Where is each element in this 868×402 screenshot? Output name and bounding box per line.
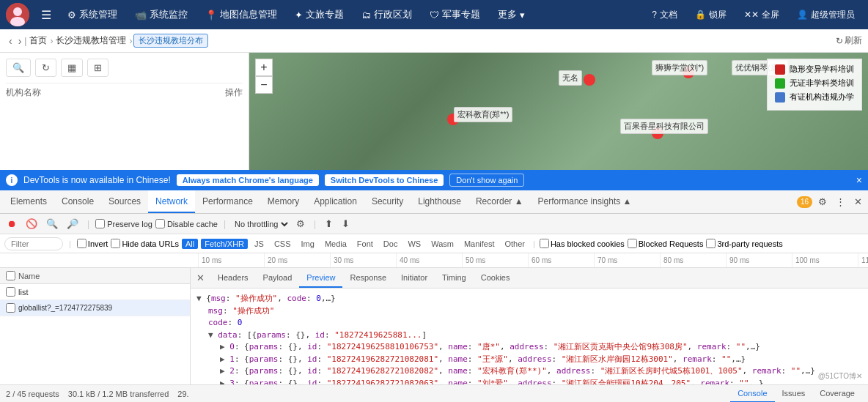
status-tab-console[interactable]: Console: [730, 385, 774, 403]
refresh-button[interactable]: ↻ 刷新: [836, 34, 862, 47]
filter-ws-button[interactable]: WS: [404, 239, 424, 249]
disable-cache-checkbox[interactable]: [155, 219, 165, 228]
nav-item-system-admin[interactable]: ⚙ 系统管理: [60, 5, 125, 24]
zoom-out-button[interactable]: −: [255, 76, 273, 94]
filter-manifest-button[interactable]: Manifest: [460, 239, 499, 249]
sub-tab-initiator[interactable]: Initiator: [394, 268, 435, 288]
filter-js-button[interactable]: JS: [251, 239, 268, 249]
nav-item-lockscreen[interactable]: 🔒 锁屏: [688, 6, 734, 24]
devtools-settings-button[interactable]: ⚙: [815, 195, 830, 209]
nav-item-monitor[interactable]: 📹 系统监控: [128, 5, 195, 24]
filter-doc-button[interactable]: Doc: [380, 239, 402, 249]
tab-elements[interactable]: Elements: [3, 190, 54, 213]
tab-lighthouse[interactable]: Lighthouse: [411, 190, 468, 213]
invert-checkbox-label[interactable]: Invert: [77, 239, 108, 248]
dont-show-again-button[interactable]: Don't show again: [449, 174, 524, 187]
zoom-in-button[interactable]: +: [255, 59, 273, 76]
devtools-close-button[interactable]: ✕: [851, 195, 865, 209]
preserve-log-checkbox[interactable]: [95, 219, 105, 228]
nav-item-gis[interactable]: 📍 地图信息管理: [198, 5, 284, 24]
filter-css-button[interactable]: CSS: [271, 239, 295, 249]
row-globallist-checkbox[interactable]: [6, 303, 15, 313]
left-sidebar: 🔍 ↻ ▦ ⊞ 机构名称 操作: [0, 53, 249, 170]
nav-item-user[interactable]: 👤 超级管理员: [790, 6, 862, 24]
table-view-button[interactable]: ▦: [61, 59, 83, 77]
tab-performance-insights[interactable]: Performance insights ▲: [531, 190, 639, 213]
third-party-label[interactable]: 3rd-party requests: [706, 239, 782, 248]
filter-all-button[interactable]: All: [182, 239, 198, 249]
network-row-globallist[interactable]: globallist?_=1724772275839: [0, 300, 190, 316]
disable-cache-label[interactable]: Disable cache: [155, 219, 218, 228]
network-row-list[interactable]: list: [0, 284, 190, 300]
throttle-select[interactable]: No throttling: [232, 219, 290, 229]
filter-button[interactable]: 🔍: [43, 217, 61, 231]
preserve-log-label[interactable]: Preserve log: [95, 219, 152, 228]
filter-media-button[interactable]: Media: [321, 239, 350, 249]
grid-view-button[interactable]: ⊞: [87, 59, 108, 77]
sub-tab-preview[interactable]: Preview: [299, 268, 342, 288]
sub-tab-payload[interactable]: Payload: [256, 268, 300, 288]
map-marker-1[interactable]: [584, 74, 595, 86]
devtools-more-button[interactable]: ⋮: [833, 195, 848, 209]
blocked-cookies-checkbox[interactable]: [540, 239, 549, 248]
clear-button[interactable]: 🚫: [23, 217, 40, 231]
filter-input[interactable]: [4, 237, 63, 250]
map-container[interactable]: + − 无名 宏科教育(郑**) 百果香星科技有限公司 狮狮学堂(刘*) 优优钢…: [249, 53, 868, 170]
record-button[interactable]: ⏺: [4, 217, 20, 231]
status-tab-coverage[interactable]: Coverage: [812, 385, 862, 403]
hide-data-urls-checkbox[interactable]: [111, 239, 120, 248]
refresh-tool-button[interactable]: ↻: [35, 59, 56, 77]
status-tab-issues[interactable]: Issues: [775, 385, 813, 403]
breadcrumb-parent[interactable]: 长沙违规教培管理: [53, 34, 129, 47]
export-button[interactable]: ⬇: [339, 217, 353, 231]
close-details-button[interactable]: ✕: [194, 271, 207, 285]
nav-item-more[interactable]: 更多 ▾: [490, 5, 532, 24]
search-button[interactable]: 🔎: [64, 217, 81, 231]
sub-tab-response[interactable]: Response: [342, 268, 394, 288]
breadcrumb-home[interactable]: 首页: [26, 34, 50, 47]
ruler-110: 110: [858, 253, 868, 267]
tab-console[interactable]: Console: [54, 190, 101, 213]
invert-checkbox[interactable]: [77, 239, 87, 248]
sub-tab-cookies[interactable]: Cookies: [474, 268, 518, 288]
filter-font-button[interactable]: Font: [353, 239, 377, 249]
nav-item-culture[interactable]: ✦ 文旅专题: [287, 5, 351, 24]
breadcrumb-forward-button[interactable]: ›: [15, 34, 25, 48]
hamburger-menu-button[interactable]: ☰: [35, 5, 57, 25]
tab-security[interactable]: Security: [364, 190, 411, 213]
nav-item-docs[interactable]: ? 文档: [644, 6, 685, 24]
nav-item-admin-division[interactable]: 🗂 行政区划: [354, 5, 419, 24]
nav-item-fullscreen[interactable]: ✕✕ 全屏: [737, 6, 787, 24]
tab-performance[interactable]: Performance: [195, 190, 260, 213]
breadcrumb-back-button[interactable]: ‹: [6, 34, 15, 48]
switch-devtools-chinese-button[interactable]: Switch DevTools to Chinese: [325, 174, 444, 186]
nav-item-military[interactable]: 🛡 军事专题: [422, 5, 488, 24]
sub-tab-headers[interactable]: Headers: [210, 268, 256, 288]
filter-other-button[interactable]: Other: [501, 239, 529, 249]
search-tool-button[interactable]: 🔍: [6, 59, 31, 77]
import-button[interactable]: ⬆: [322, 217, 336, 231]
always-match-language-button[interactable]: Always match Chrome's language: [177, 174, 319, 186]
filter-wasm-button[interactable]: Wasm: [427, 239, 457, 249]
tab-network[interactable]: Network: [148, 190, 195, 213]
notification-close-button[interactable]: ×: [856, 174, 862, 186]
legend-item-2: 无证非学科类培训: [775, 78, 854, 89]
hide-data-urls-label[interactable]: Hide data URLs: [111, 239, 179, 248]
select-all-checkbox[interactable]: [6, 271, 15, 280]
blocked-requests-label[interactable]: Blocked Requests: [628, 239, 704, 248]
throttle-settings-button[interactable]: ⚙: [293, 217, 308, 231]
sub-tab-timing[interactable]: Timing: [435, 268, 474, 288]
tab-memory[interactable]: Memory: [260, 190, 306, 213]
blocked-cookies-label[interactable]: Has blocked cookies: [540, 239, 625, 248]
watermark: @51CTO博✕: [818, 371, 862, 381]
filter-fetch-xhr-button[interactable]: Fetch/XHR: [201, 239, 248, 249]
tab-sources[interactable]: Sources: [101, 190, 148, 213]
third-party-checkbox[interactable]: [706, 239, 716, 248]
json-preview-pane[interactable]: ▼ {msg: "操作成功", code: 0,…} msg: "操作成功" c…: [191, 289, 868, 384]
map-icon: 📍: [205, 10, 217, 21]
row-list-checkbox[interactable]: [6, 287, 15, 297]
tab-application[interactable]: Application: [306, 190, 364, 213]
blocked-requests-checkbox[interactable]: [628, 239, 637, 248]
tab-recorder[interactable]: Recorder ▲: [468, 190, 531, 213]
filter-img-button[interactable]: Img: [298, 239, 318, 249]
